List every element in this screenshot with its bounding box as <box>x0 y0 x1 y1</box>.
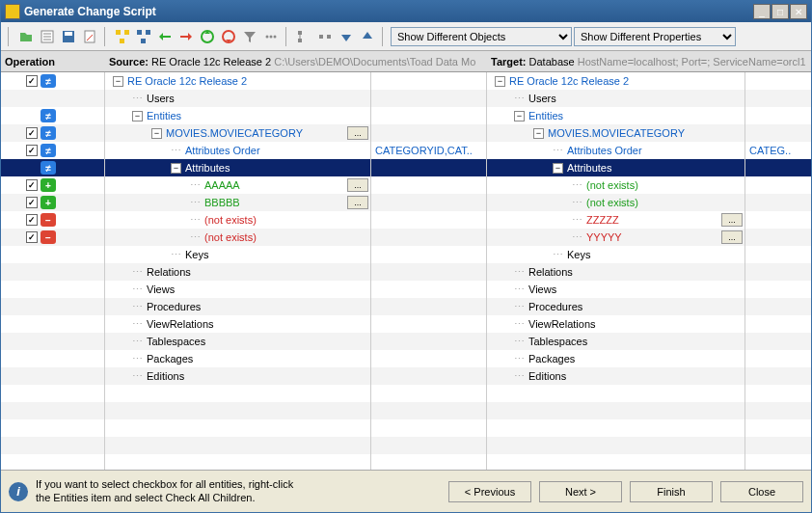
maximize-button[interactable]: □ <box>771 4 789 19</box>
tree-node-label[interactable]: (not exists) <box>204 231 257 243</box>
tree-node-label[interactable]: Entities <box>528 110 563 122</box>
tree-node-label[interactable]: ViewRelations <box>528 318 596 330</box>
row-checkbox[interactable] <box>26 145 38 156</box>
objects-combo[interactable]: Show Different Objects <box>391 27 572 46</box>
options-icon[interactable] <box>261 27 281 46</box>
source-row[interactable]: −RE Oracle 12c Release 2 <box>105 72 370 90</box>
target-row[interactable]: ⋯Packages <box>487 350 744 367</box>
tree-node-label[interactable]: Attributes <box>567 162 611 174</box>
tree-node-label[interactable]: MOVIES.MOVIECATEGORY <box>166 127 303 139</box>
tree-node-label[interactable]: Attributes Order <box>185 145 260 156</box>
target-row[interactable] <box>487 385 744 402</box>
target-row[interactable]: ⋯Editions <box>487 367 744 385</box>
target-row[interactable] <box>487 437 744 454</box>
source-row[interactable]: ⋯Tablespaces <box>105 333 370 350</box>
tree-node-label[interactable]: AAAAA <box>204 179 240 191</box>
source-row[interactable]: ⋯Packages <box>105 350 370 367</box>
source-row[interactable]: ⋯(not exists) <box>105 211 370 229</box>
tree-node-label[interactable]: Relations <box>147 266 191 278</box>
source-row[interactable]: −Attributes <box>105 159 370 176</box>
swap-red-icon[interactable] <box>176 27 196 46</box>
target-row[interactable] <box>487 419 744 437</box>
collapse-icon[interactable] <box>315 27 335 46</box>
tree-node-label[interactable]: (not exists) <box>586 197 638 208</box>
expander-icon[interactable]: − <box>132 111 143 122</box>
source-row[interactable]: ⋯Procedures <box>105 298 370 315</box>
tree-node-label[interactable]: RE Oracle 12c Release 2 <box>127 75 247 87</box>
titlebar[interactable]: Generate Change Script _ □ ✕ <box>1 1 811 22</box>
source-row[interactable]: ⋯ViewRelations <box>105 315 370 333</box>
source-row[interactable]: ⋯Keys <box>105 246 370 263</box>
expand-icon[interactable] <box>294 27 313 46</box>
row-checkbox[interactable] <box>26 127 38 139</box>
row-checkbox[interactable] <box>26 179 38 191</box>
row-checkbox[interactable] <box>26 231 38 243</box>
source-row[interactable]: ⋯(not exists) <box>105 229 370 246</box>
tree-node-label[interactable]: Packages <box>528 353 575 364</box>
up-arrow-icon[interactable] <box>358 27 377 46</box>
tree-node-label[interactable]: Tablespaces <box>528 336 587 347</box>
target-row[interactable]: ⋯Tablespaces <box>487 333 744 350</box>
tree-node-label[interactable]: Tablespaces <box>147 336 205 347</box>
tree-node-label[interactable]: Keys <box>567 249 590 260</box>
tree-node-label[interactable]: Procedures <box>528 301 582 312</box>
tree-node-label[interactable]: Relations <box>528 266 573 278</box>
tree-node-label[interactable]: BBBBB <box>204 197 240 208</box>
row-checkbox[interactable] <box>26 214 38 226</box>
more-button[interactable]: ... <box>347 126 368 140</box>
tree-node-label[interactable]: ViewRelations <box>147 318 214 330</box>
source-row[interactable]: ⋯Users <box>105 90 370 107</box>
target-row[interactable]: ⋯Attributes Order <box>487 142 744 159</box>
tree-node-label[interactable]: Entities <box>147 110 181 122</box>
expander-icon[interactable]: − <box>151 128 162 139</box>
tree2-icon[interactable] <box>134 27 153 46</box>
tree-node-label[interactable]: Keys <box>185 249 208 260</box>
source-row[interactable]: ⋯BBBBB... <box>105 194 370 211</box>
source-row[interactable]: ⋯Editions <box>105 367 370 385</box>
tree-node-label[interactable]: Users <box>147 93 175 104</box>
close-button[interactable]: Close <box>720 481 803 502</box>
more-button[interactable]: ... <box>347 196 368 209</box>
tree-node-label[interactable]: Packages <box>147 353 193 364</box>
more-button[interactable]: ... <box>721 213 743 227</box>
tree-node-label[interactable]: YYYYY <box>586 231 622 243</box>
source-row[interactable] <box>105 437 370 454</box>
tree-node-label[interactable]: Views <box>147 284 175 295</box>
down-arrow-icon[interactable] <box>337 27 356 46</box>
tree-node-label[interactable]: Users <box>528 93 556 104</box>
finish-button[interactable]: Finish <box>630 481 713 502</box>
target-row[interactable]: ⋯Procedures <box>487 298 744 315</box>
swap-green-icon[interactable] <box>155 27 175 46</box>
rev-red-icon[interactable] <box>219 27 238 46</box>
tree-node-label[interactable]: (not exists) <box>586 179 638 191</box>
expander-icon[interactable]: − <box>113 76 123 87</box>
more-button[interactable]: ... <box>721 230 743 244</box>
source-tree[interactable]: −RE Oracle 12c Release 2⋯Users−Entities−… <box>105 72 371 470</box>
target-row[interactable]: ⋯ViewRelations <box>487 315 744 333</box>
tree-node-label[interactable]: Editions <box>147 370 184 382</box>
save-icon[interactable] <box>59 27 78 46</box>
source-row[interactable]: −MOVIES.MOVIECATEGORY... <box>105 124 370 142</box>
tree-node-label[interactable]: Attributes <box>185 162 230 174</box>
target-row[interactable]: −Attributes <box>487 159 744 176</box>
target-row[interactable]: −RE Oracle 12c Release 2 <box>487 72 744 90</box>
expander-icon[interactable]: − <box>514 111 525 122</box>
tree-node-label[interactable]: Attributes Order <box>567 145 642 156</box>
tree1-icon[interactable] <box>113 27 132 46</box>
filter-icon[interactable] <box>240 27 259 46</box>
target-row[interactable]: −Entities <box>487 107 744 124</box>
tree-node-label[interactable]: (not exists) <box>204 214 257 226</box>
properties-combo[interactable]: Show Different Properties <box>574 27 736 46</box>
next-button[interactable]: Next > <box>539 481 622 502</box>
expander-icon[interactable]: − <box>495 76 505 87</box>
source-row[interactable]: ⋯AAAAA... <box>105 176 370 194</box>
minimize-button[interactable]: _ <box>753 4 771 19</box>
close-window-button[interactable]: ✕ <box>790 4 807 19</box>
target-row[interactable]: ⋯(not exists) <box>487 194 744 211</box>
target-row[interactable] <box>487 402 744 419</box>
source-row[interactable]: ⋯Views <box>105 281 370 298</box>
tree-node-label[interactable]: Procedures <box>147 301 201 312</box>
source-row[interactable] <box>105 385 370 402</box>
target-tree[interactable]: −RE Oracle 12c Release 2⋯Users−Entities−… <box>487 72 745 470</box>
source-row[interactable]: ⋯Relations <box>105 263 370 281</box>
